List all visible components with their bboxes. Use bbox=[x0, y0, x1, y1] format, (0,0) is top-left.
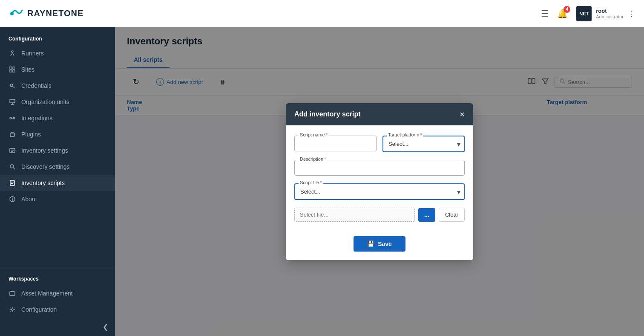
svg-rect-2 bbox=[10, 67, 12, 69]
sites-icon bbox=[9, 66, 16, 73]
sidebar-item-asset-label: Asset Management bbox=[21, 290, 73, 297]
script-name-input[interactable] bbox=[294, 136, 377, 151]
sidebar-item-runners[interactable]: Runners bbox=[0, 45, 115, 61]
app-header: RAYNETONE ☰ 🔔 4 NET root Administrator ⋮ bbox=[0, 0, 644, 27]
plugins-icon bbox=[9, 130, 16, 138]
inventory-scripts-icon bbox=[9, 179, 16, 187]
description-group: Description* bbox=[294, 160, 465, 176]
header-actions: ☰ 🔔 4 NET root Administrator ⋮ bbox=[541, 6, 635, 21]
svg-point-9 bbox=[13, 117, 15, 119]
add-inventory-script-modal: Add inventory script × Script name* bbox=[286, 103, 473, 260]
sidebar-item-inventory-settings-label: Inventory settings bbox=[21, 147, 68, 154]
save-label: Save bbox=[378, 240, 392, 247]
script-file-group: Script file* Select... ▾ bbox=[294, 183, 465, 200]
save-icon: 💾 bbox=[367, 240, 374, 247]
sidebar: Configuration Runners Sites Credentials … bbox=[0, 27, 115, 336]
svg-rect-5 bbox=[13, 70, 15, 72]
svg-point-0 bbox=[10, 12, 14, 15]
svg-rect-4 bbox=[10, 70, 12, 72]
svg-rect-13 bbox=[10, 180, 14, 185]
target-platform-group: Target platform* Select... ▾ bbox=[382, 136, 465, 152]
user-info: root Administrator bbox=[596, 8, 624, 19]
script-file-select[interactable]: Select... bbox=[294, 183, 465, 200]
file-path-input[interactable] bbox=[294, 208, 415, 222]
user-more-icon[interactable]: ⋮ bbox=[628, 9, 635, 18]
svg-rect-10 bbox=[10, 133, 14, 136]
save-button[interactable]: 💾 Save bbox=[354, 236, 405, 252]
svg-point-6 bbox=[10, 84, 13, 87]
user-area: NET root Administrator ⋮ bbox=[576, 6, 635, 21]
sidebar-item-inventory-scripts-label: Inventory scripts bbox=[21, 180, 65, 186]
sidebar-item-org-units[interactable]: Organization units bbox=[0, 94, 115, 110]
sidebar-item-runners-label: Runners bbox=[21, 50, 44, 57]
sidebar-item-plugins[interactable]: Plugins bbox=[0, 126, 115, 142]
modal-header: Add inventory script × bbox=[286, 103, 473, 125]
notification-icon[interactable]: 🔔 4 bbox=[557, 9, 568, 19]
svg-point-16 bbox=[12, 309, 13, 310]
sidebar-item-integrations-label: Integrations bbox=[21, 115, 52, 122]
target-platform-select[interactable]: Select... bbox=[382, 136, 465, 152]
content-area: Inventory scripts All scripts ↻ + Add ne… bbox=[115, 27, 644, 336]
main-layout: Configuration Runners Sites Credentials … bbox=[0, 27, 644, 336]
sidebar-item-sites[interactable]: Sites bbox=[0, 61, 115, 78]
logo-area: RAYNETONE bbox=[9, 6, 83, 21]
collapse-icon: ❮ bbox=[103, 323, 108, 331]
script-name-group: Script name* bbox=[294, 136, 377, 152]
workspaces-label: Workspaces bbox=[0, 269, 115, 285]
sidebar-item-about-label: About bbox=[21, 196, 37, 203]
sidebar-item-inventory-settings[interactable]: Inventory settings bbox=[0, 142, 115, 159]
sidebar-collapse-btn[interactable]: ❮ bbox=[0, 318, 115, 336]
script-file-select-wrapper: Select... ▾ bbox=[294, 183, 465, 200]
notification-badge: 4 bbox=[564, 6, 570, 13]
modal-body: Script name* Target platform* Selec bbox=[286, 125, 473, 232]
sidebar-item-config-ws-label: Configuration bbox=[21, 306, 57, 313]
credentials-icon bbox=[9, 82, 16, 90]
sidebar-item-about[interactable]: About bbox=[0, 191, 115, 207]
target-platform-label: Target platform* bbox=[387, 132, 423, 137]
discovery-settings-icon bbox=[9, 163, 16, 171]
sidebar-item-credentials-label: Credentials bbox=[21, 82, 52, 89]
svg-rect-3 bbox=[13, 67, 15, 69]
runners-icon bbox=[9, 49, 16, 57]
user-role: Administrator bbox=[596, 14, 624, 19]
integrations-icon bbox=[9, 114, 16, 122]
sidebar-item-inventory-scripts[interactable]: Inventory scripts bbox=[0, 175, 115, 191]
browse-button[interactable]: ... bbox=[418, 208, 435, 222]
configuration-ws-icon bbox=[9, 306, 16, 313]
svg-point-1 bbox=[12, 51, 13, 52]
config-section-label: Configuration bbox=[0, 27, 115, 45]
sidebar-item-credentials[interactable]: Credentials bbox=[0, 78, 115, 94]
modal-footer: 💾 Save bbox=[286, 232, 473, 260]
modal-row-1: Script name* Target platform* Selec bbox=[294, 136, 465, 152]
user-avatar: NET bbox=[576, 6, 592, 21]
sidebar-item-discovery-settings[interactable]: Discovery settings bbox=[0, 159, 115, 175]
logo-text: RAYNETONE bbox=[27, 9, 83, 18]
org-units-icon bbox=[9, 98, 16, 106]
svg-rect-7 bbox=[10, 99, 15, 103]
inventory-settings-icon bbox=[9, 147, 16, 154]
target-platform-select-wrapper: Select... ▾ bbox=[382, 136, 465, 152]
sidebar-item-discovery-settings-label: Discovery settings bbox=[21, 163, 70, 170]
asset-management-icon bbox=[9, 290, 16, 297]
modal-title: Add inventory script bbox=[294, 110, 361, 118]
sidebar-item-plugins-label: Plugins bbox=[21, 131, 41, 138]
modal-overlay: Add inventory script × Script name* bbox=[115, 27, 644, 336]
sidebar-bottom: Workspaces Asset Management Configuratio… bbox=[0, 269, 115, 336]
sidebar-item-integrations[interactable]: Integrations bbox=[0, 110, 115, 126]
svg-point-12 bbox=[10, 165, 14, 168]
script-name-label: Script name* bbox=[299, 132, 329, 137]
sidebar-item-asset-management[interactable]: Asset Management bbox=[0, 285, 115, 301]
description-input[interactable] bbox=[294, 160, 465, 176]
logo-icon bbox=[9, 6, 24, 21]
menu-icon[interactable]: ☰ bbox=[541, 9, 549, 19]
sidebar-item-sites-label: Sites bbox=[21, 66, 34, 73]
file-input-row: ... Clear bbox=[294, 208, 465, 222]
modal-close-button[interactable]: × bbox=[460, 110, 465, 119]
sidebar-item-configuration-ws[interactable]: Configuration bbox=[0, 301, 115, 318]
sidebar-item-org-label: Organization units bbox=[21, 98, 69, 105]
clear-button[interactable]: Clear bbox=[439, 208, 465, 222]
script-file-label: Script file* bbox=[299, 180, 323, 185]
svg-point-8 bbox=[10, 117, 12, 119]
svg-rect-15 bbox=[10, 292, 15, 295]
description-label: Description* bbox=[299, 156, 327, 162]
